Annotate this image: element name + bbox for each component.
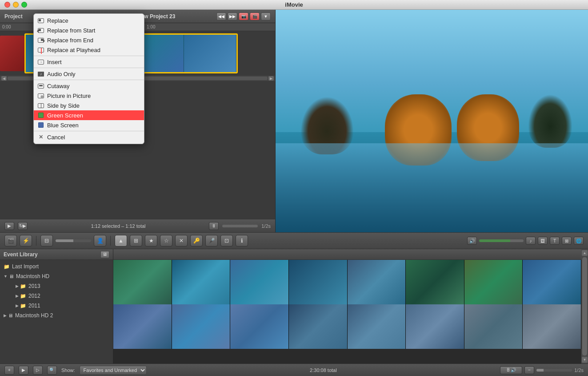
zoom-status-controls: 🎚🔊 − 1/2s [500,366,584,374]
filmstrip-cell-1-5[interactable] [348,260,406,304]
filmstrip-cell-2-4[interactable] [289,304,348,349]
menu-separator-3 [34,80,144,80]
menu-cancel[interactable]: ✕ Cancel [34,132,144,142]
event-sidebar-btn[interactable]: 🖥 [100,251,109,258]
filmstrip-cell-1-8[interactable] [523,260,581,304]
last-import-icon: 📁 [4,264,10,270]
filmstrip-cell-1-4[interactable] [289,260,348,304]
zoom-status-slider[interactable] [536,369,572,372]
menu-replace-from-start[interactable]: Replace from Start [34,25,144,35]
time-display: 1:12 selected – 1:12 total [31,223,205,229]
green-screen-icon [37,112,44,119]
menu-replace-at-playhead[interactable]: Replace at Playhead [34,45,144,55]
filmstrip-cell-1-2[interactable] [172,260,231,304]
zoom-status-btn[interactable]: 🔍 [47,366,57,375]
filmstrip-cell-2-1[interactable] [113,304,172,349]
scroll-down-btn[interactable]: ▼ [582,357,588,363]
info-tool[interactable]: ℹ [236,235,248,247]
show-label: Show: [61,368,75,373]
maps-btn[interactable]: 🌐 [574,237,584,245]
filmstrip-cell-2-2[interactable] [172,304,231,349]
menu-audio-only-label: Audio Only [47,71,76,77]
menu-side-by-side[interactable]: Side by Side [34,101,144,110]
filmstrip-cell-2-6[interactable] [406,304,464,349]
menu-blue-screen[interactable]: Blue Screen [34,120,144,130]
filmstrip-cell-1-6[interactable] [406,260,464,304]
reject-tool[interactable]: ✕ [175,235,188,247]
filmstrip-cell-1-3[interactable] [230,260,289,304]
play-full-btn[interactable]: ▷ [33,366,43,375]
menu-audio-only[interactable]: ♪ Audio Only [34,69,144,79]
event-view-btn[interactable]: ⚡ [20,235,32,247]
menu-green-screen-label: Green Screen [47,112,83,119]
scroll-right[interactable]: ▶ [268,76,274,81]
window-controls [4,2,27,8]
speed-slider[interactable] [222,225,258,227]
keyword-tool[interactable]: 🔑 [190,235,203,247]
volume-icon-btn[interactable]: 🔊 [467,237,477,245]
unfavorite-tool[interactable]: ☆ [160,235,172,247]
zoom-in-btn[interactable]: 👤 [94,235,106,247]
scroll-up-btn[interactable]: ▲ [582,250,588,256]
menu-insert[interactable]: → Insert [34,57,144,67]
more-btn[interactable]: ▼ [261,12,271,20]
filmstrip-cell-1-7[interactable] [464,260,523,304]
crop-select-tool[interactable]: ⊞ [130,235,142,247]
volume-tool[interactable]: 🎤 [205,235,218,247]
cell-img-2-1 [113,304,172,349]
play-button[interactable]: ▶ [4,222,14,230]
maximize-button[interactable] [21,2,27,8]
play-status-btn[interactable]: ▶ [19,366,28,375]
filmstrip-cell-2-8[interactable] [523,304,581,349]
volume-controls: 🔊 ♪ 🖼 T ⊠ 🌐 [467,237,584,245]
first-clip[interactable] [0,36,24,71]
project-view-btn[interactable]: 🎬 [4,235,17,247]
zoom-out-btn[interactable]: ⊟ [40,235,53,247]
speed-icon-btn[interactable]: 🎚 [209,222,219,230]
menu-picture-in-picture[interactable]: Picture in Picture [34,91,144,101]
select-tool[interactable]: ▲ [115,235,127,247]
add-event-btn[interactable]: + [4,366,14,375]
cell-img-1-6 [406,260,464,304]
camera-btn[interactable]: 📷 [239,12,248,20]
volume-slider[interactable] [479,239,524,242]
show-select[interactable]: Favorites and Unmarked All Clips Favorit… [80,366,147,375]
event-library-title: Event Library [4,251,38,258]
year-2013-item[interactable]: ▶ 📁 2013 [0,281,113,291]
audio-adjust-btn[interactable]: 🎚🔊 [500,366,522,374]
menu-green-screen[interactable]: Green Screen [34,110,144,120]
transition-btn[interactable]: ⊠ [562,237,572,245]
zoom-out-status-btn[interactable]: − [524,366,534,374]
clip-size-slider[interactable] [56,239,91,242]
tool-separator-1 [36,236,36,246]
loop-play-button[interactable]: ↻▶ [18,222,28,230]
music-btn[interactable]: ♪ [526,237,536,245]
filmstrip-cell-1-1[interactable] [113,260,172,304]
macintosh-hd-item[interactable]: ▼ 🖥 Macintosh HD [0,271,113,281]
menu-replace-from-end[interactable]: Replace from End [34,35,144,45]
favorite-tool[interactable]: ★ [145,235,157,247]
year-2012-chevron: ▶ [16,294,19,298]
minimize-button[interactable] [13,2,19,8]
nav-buttons: ◀◀ ▶▶ 📷 🎬 ▼ [216,12,271,20]
scroll-left[interactable]: ◀ [1,76,7,81]
year-2011-item[interactable]: ▶ 📁 2011 [0,301,113,311]
close-button[interactable] [4,2,10,8]
next-btn[interactable]: ▶▶ [228,12,237,20]
crop-tool[interactable]: ⊡ [220,235,233,247]
clip-btn[interactable]: 🎬 [250,12,260,20]
event-filmstrip [113,249,581,364]
year-2012-item[interactable]: ▶ 📁 2012 [0,291,113,301]
menu-replace[interactable]: Replace [34,16,144,25]
last-import-item[interactable]: 📁 Last Import [0,262,113,271]
filmstrip-cell-2-5[interactable] [348,304,406,349]
text-btn[interactable]: T [550,237,560,245]
macintosh-hd-2-item[interactable]: ▶ 🖥 Macintosh HD 2 [0,311,113,320]
prev-btn[interactable]: ◀◀ [216,12,226,20]
photo-btn[interactable]: 🖼 [538,237,548,245]
menu-blue-screen-label: Blue Screen [47,122,79,129]
menu-cutaway[interactable]: Cutaway [34,81,144,91]
scroll-thumb[interactable] [582,257,587,356]
filmstrip-cell-2-7[interactable] [464,304,523,349]
filmstrip-cell-2-3[interactable] [230,304,289,349]
